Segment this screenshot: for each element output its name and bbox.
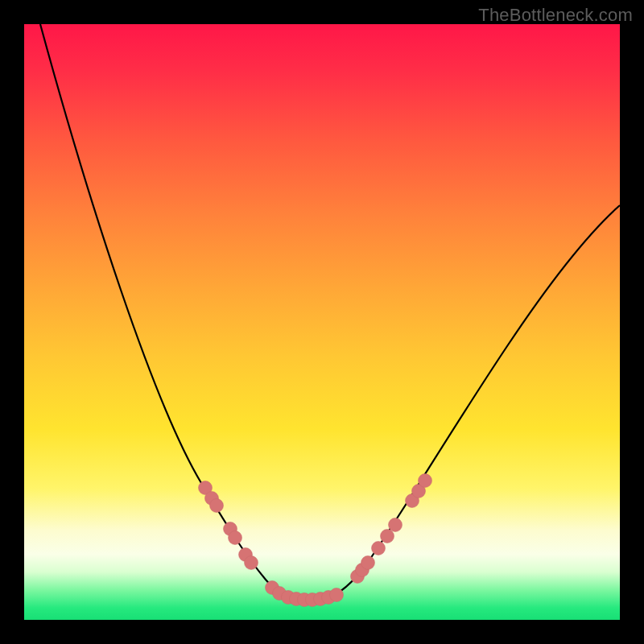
marker-point bbox=[372, 542, 386, 555]
marker-point bbox=[330, 588, 344, 602]
marker-point bbox=[361, 556, 375, 570]
watermark-text: TheBottleneck.com bbox=[478, 5, 633, 26]
marker-point bbox=[389, 518, 402, 532]
chart-plot-area bbox=[24, 24, 620, 620]
marker-point bbox=[210, 499, 224, 513]
outer-frame: TheBottleneck.com bbox=[0, 0, 644, 644]
marker-point bbox=[229, 531, 242, 545]
marker-point bbox=[419, 474, 432, 488]
chart-svg bbox=[24, 24, 620, 620]
marker-point bbox=[245, 556, 258, 570]
highlight-markers bbox=[199, 474, 432, 607]
bottleneck-curve bbox=[40, 24, 620, 600]
marker-point bbox=[381, 530, 394, 543]
